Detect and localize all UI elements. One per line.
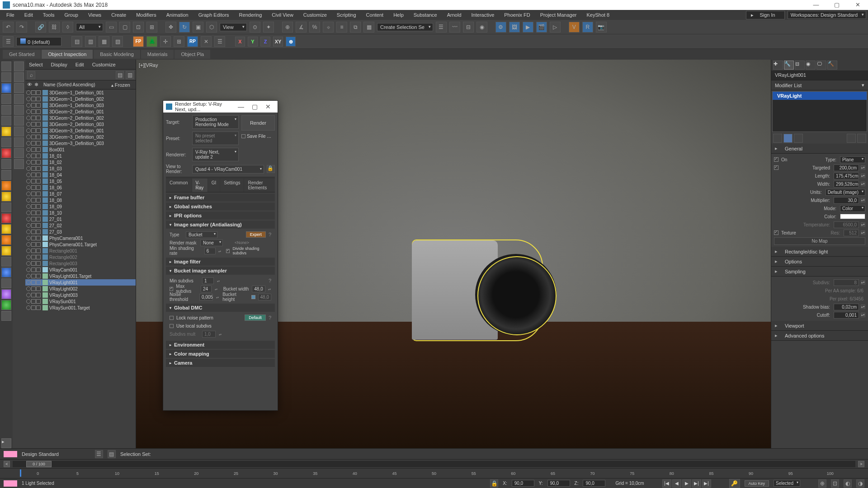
freeze-icon[interactable] bbox=[31, 286, 36, 291]
width-spinner[interactable]: ▴▾ bbox=[861, 182, 865, 186]
render-production-button[interactable]: ▶ bbox=[523, 22, 533, 33]
hierarchy-tab[interactable]: ⊟ bbox=[795, 61, 805, 70]
menu-modifiers[interactable]: Modifiers bbox=[132, 11, 161, 19]
col3-icon[interactable] bbox=[36, 255, 41, 259]
menu-file[interactable]: File bbox=[2, 11, 19, 19]
visibility-icon[interactable] bbox=[26, 261, 31, 266]
tool-1[interactable]: ✢ bbox=[160, 36, 171, 47]
maximize-button[interactable]: ▢ bbox=[829, 0, 844, 10]
freeze-icon[interactable] bbox=[31, 173, 36, 177]
utilities-tab[interactable]: 🔨 bbox=[827, 61, 837, 70]
col3-icon[interactable] bbox=[36, 141, 41, 145]
lock-noise-checkbox[interactable] bbox=[170, 316, 174, 320]
tool-icon-1[interactable] bbox=[1, 137, 11, 147]
ribbon-tab-basicmodeling[interactable]: Basic Modeling bbox=[94, 50, 140, 59]
freeze-icon[interactable] bbox=[31, 267, 36, 272]
scene-row[interactable]: 3DGeom~3_Definition_003 bbox=[25, 140, 136, 146]
freeze-icon[interactable] bbox=[31, 261, 36, 266]
col3-icon[interactable] bbox=[36, 223, 41, 228]
z-value[interactable]: 90,0 bbox=[583, 480, 605, 487]
placement-button[interactable]: ⬡ bbox=[206, 22, 217, 33]
menu-civilview[interactable]: Civil View bbox=[267, 11, 297, 19]
nomap-button[interactable]: No Map bbox=[774, 237, 865, 245]
render-button[interactable]: 🎬 bbox=[536, 22, 547, 33]
visibility-icon[interactable] bbox=[26, 166, 31, 171]
freeze-icon[interactable] bbox=[31, 249, 36, 253]
time-ruler[interactable]: 0510152025303540455055606570758085909510… bbox=[0, 468, 868, 478]
noise-value[interactable]: 0,005 bbox=[199, 294, 213, 300]
tool-icon-16[interactable] bbox=[1, 300, 11, 310]
col3-icon[interactable] bbox=[36, 166, 41, 171]
time-cursor[interactable] bbox=[20, 469, 21, 477]
visibility-icon[interactable] bbox=[26, 173, 31, 177]
col3-icon[interactable] bbox=[36, 128, 41, 133]
col3-icon[interactable] bbox=[36, 236, 41, 240]
scene-row[interactable]: 27_01 bbox=[25, 216, 136, 222]
scene-row[interactable]: VRayLight001 bbox=[25, 279, 136, 286]
visibility-icon[interactable] bbox=[26, 192, 31, 196]
freeze-icon[interactable] bbox=[31, 103, 36, 108]
scene-row[interactable]: 18_04 bbox=[25, 172, 136, 178]
scene-menu-select[interactable]: Select bbox=[29, 62, 43, 67]
savefile-checkbox[interactable] bbox=[241, 134, 245, 138]
col3-icon[interactable] bbox=[36, 173, 41, 177]
menu-views[interactable]: Views bbox=[84, 11, 106, 19]
scene-row[interactable]: 18_02 bbox=[25, 159, 136, 165]
rollout-ipr[interactable]: ▸IPR options bbox=[166, 211, 275, 220]
motion-tab[interactable]: ◉ bbox=[806, 61, 816, 70]
noise-spinner[interactable]: ▴▾ bbox=[216, 296, 219, 299]
selection-filter-dropdown[interactable]: All bbox=[76, 23, 103, 31]
mult-value[interactable]: 30,0 bbox=[834, 197, 859, 204]
menu-interactive[interactable]: Interactive bbox=[467, 11, 499, 19]
rollout-colormapping[interactable]: ▸Color mapping bbox=[166, 350, 275, 358]
col3-icon[interactable] bbox=[36, 198, 41, 202]
col3-icon[interactable] bbox=[36, 204, 41, 209]
menu-rendering[interactable]: Rendering bbox=[235, 11, 267, 19]
tool-icon-2[interactable] bbox=[1, 148, 11, 158]
targeted-checkbox[interactable] bbox=[774, 165, 778, 170]
rollout-framebuffer[interactable]: ▸Frame buffer bbox=[166, 193, 275, 202]
rollout-general[interactable]: ▸General bbox=[771, 144, 868, 154]
rollout-rectlight[interactable]: ▸Rectangle/disc light bbox=[771, 247, 868, 257]
visibility-icon[interactable] bbox=[26, 242, 31, 247]
layer-tool-3[interactable]: ▦ bbox=[99, 36, 109, 47]
units-dropdown[interactable]: Default (image) bbox=[826, 189, 865, 196]
scene-tool-2[interactable] bbox=[14, 72, 24, 82]
shadow-spinner[interactable]: ▴▾ bbox=[861, 305, 865, 309]
freeze-icon[interactable] bbox=[31, 166, 36, 171]
scene-menu-edit[interactable]: Edit bbox=[75, 62, 84, 67]
maxsub-checkbox[interactable] bbox=[170, 287, 173, 291]
mult-spinner[interactable]: ▴▾ bbox=[861, 198, 865, 202]
render-last-button[interactable]: ▷ bbox=[550, 22, 561, 33]
show-end-result-button[interactable] bbox=[783, 134, 793, 143]
target-dropdown[interactable]: Production Rendering Mode bbox=[192, 115, 239, 129]
time-slider-track[interactable]: 0 / 100 bbox=[13, 461, 855, 467]
pin-stack-button[interactable] bbox=[773, 134, 782, 143]
tab-vray[interactable]: V-Ray bbox=[192, 178, 208, 192]
link-button[interactable]: 🔗 bbox=[35, 22, 46, 33]
scene-row[interactable]: 18_01 bbox=[25, 153, 136, 159]
col3-icon[interactable] bbox=[36, 286, 41, 291]
tool-icon-12[interactable] bbox=[1, 257, 11, 267]
tool-icon-6[interactable] bbox=[1, 192, 11, 202]
visibility-icon[interactable] bbox=[26, 141, 31, 145]
selection-set-icon2[interactable]: ▤ bbox=[108, 450, 116, 458]
goto-start-button[interactable]: |◀ bbox=[662, 479, 671, 488]
cutoff-spinner[interactable]: ▴▾ bbox=[861, 313, 865, 317]
visibility-icon[interactable] bbox=[26, 236, 31, 240]
col3-icon[interactable] bbox=[36, 211, 41, 215]
scene-row[interactable]: VRaySun001.Target bbox=[25, 305, 136, 311]
menu-arnold[interactable]: Arnold bbox=[443, 11, 466, 19]
freeze-icon[interactable] bbox=[31, 116, 36, 120]
menu-tools[interactable]: Tools bbox=[38, 11, 59, 19]
spacewarps-icon[interactable] bbox=[1, 116, 11, 126]
menu-create[interactable]: Create bbox=[107, 11, 131, 19]
visibility-icon[interactable] bbox=[26, 160, 31, 164]
col3-icon[interactable] bbox=[36, 160, 41, 164]
modify-tab[interactable]: 🔧 bbox=[784, 61, 794, 70]
select-rect-button[interactable]: ▢ bbox=[119, 22, 130, 33]
visibility-icon[interactable] bbox=[26, 198, 31, 202]
ribbon-tab-objectplacement[interactable]: Object Pla bbox=[175, 50, 210, 59]
col3-icon[interactable] bbox=[36, 261, 41, 266]
nav-4[interactable]: ◑ bbox=[856, 479, 864, 488]
